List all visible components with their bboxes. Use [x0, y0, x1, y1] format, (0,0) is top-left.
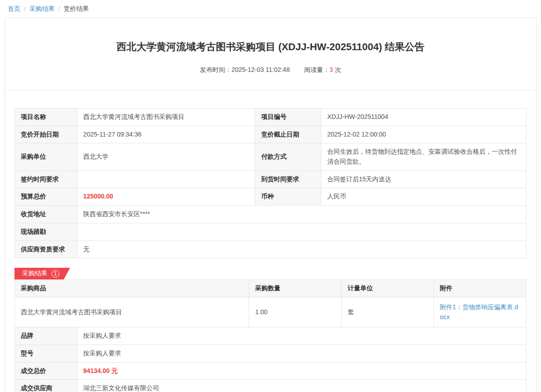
announcement-card: 西北大学黄河流域考古图书采购项目 (XDJJ-HW-202511004) 结果公… [5, 18, 536, 392]
bid-end-date-label: 竞价截止日期 [255, 126, 321, 143]
purchase-result-table: 采购商品 采购数量 计量单位 附件 西北大学黄河流域考古图书采购项目 1.00 … [14, 279, 527, 327]
table-row: 型号 按采购人要求 [15, 345, 527, 362]
winning-supplier-value: 湖北三新文化传媒有限公司 [77, 380, 527, 392]
signing-time-value [77, 170, 255, 188]
table-row: 竞价开始日期 2025-11-27 09:34:36 竞价截止日期 2025-1… [15, 126, 527, 143]
table-header-row: 采购商品 采购数量 计量单位 附件 [15, 280, 527, 298]
winning-supplier-label: 成交供应商 [15, 380, 77, 392]
table-row: 收货地址 陕西省西安市长安区**** [15, 206, 527, 223]
result-section-header: 采购结果 1 [14, 268, 527, 279]
breadcrumb-purchase-results-link[interactable]: 采购结果 [29, 5, 55, 13]
purchase-result-badge: 采购结果 1 [14, 268, 70, 279]
table-row: 成交供应商 湖北三新文化传媒有限公司 [15, 380, 527, 392]
site-survey-value [77, 223, 527, 241]
delivery-address-label: 收货地址 [15, 206, 77, 223]
budget-total-label: 预算总价 [15, 188, 77, 206]
product-name-cell: 西北大学黄河流域考古图书采购项目 [15, 297, 249, 327]
product-column-header: 采购商品 [15, 280, 249, 298]
breadcrumb: 首页 / 采购结果 / 竞价结果 [0, 0, 541, 18]
read-count: 阅读量：3 次 [304, 66, 341, 73]
breadcrumb-separator: / [24, 5, 26, 13]
quantity-column-header: 采购数量 [249, 280, 342, 298]
purchaser-value: 西北大学 [77, 143, 255, 170]
product-quantity-cell: 1.00 [249, 297, 342, 327]
result-count-badge: 1 [52, 270, 59, 278]
table-row: 项目名称 西北大学黄河流域考古图书采购项目 项目编号 XDJJ-HW-20251… [15, 109, 527, 126]
table-row: 预算总价 125000.00 币种 人民币 [15, 188, 527, 206]
payment-method-label: 付款方式 [255, 143, 321, 170]
breadcrumb-current-bidding-results: 竞价结果 [64, 5, 89, 13]
read-count-value: 3 [329, 66, 333, 73]
project-name-value: 西北大学黄河流域考古图书采购项目 [77, 109, 255, 126]
supplier-qualification-label: 供应商资质要求 [15, 241, 77, 258]
delivery-time-label: 到货时间要求 [255, 170, 321, 188]
table-row: 品牌 按采购人要求 [15, 327, 527, 345]
attachment-link[interactable]: 附件1：货物类响应偏离表.docx [440, 303, 518, 321]
site-survey-label: 现场踏勘 [15, 223, 77, 241]
table-row: 供应商资质要求 无 [15, 241, 527, 258]
product-unit-cell: 套 [342, 297, 434, 327]
page-title: 西北大学黄河流域考古图书采购项目 (XDJJ-HW-202511004) 结果公… [5, 40, 536, 54]
purchase-result-badge-label: 采购结果 [22, 269, 47, 278]
budget-total-value: 125000.00 [77, 188, 255, 206]
table-row: 采购单位 西北大学 付款方式 合同生效后，待货物到达指定地点、安装调试验收合格后… [15, 143, 527, 170]
bid-start-date-value: 2025-11-27 09:34:36 [77, 126, 255, 143]
supplier-qualification-value: 无 [77, 241, 527, 258]
attachment-column-header: 附件 [434, 280, 527, 298]
unit-column-header: 计量单位 [342, 280, 434, 298]
bid-start-date-label: 竞价开始日期 [15, 126, 77, 143]
project-number-value: XDJJ-HW-202511004 [321, 109, 527, 126]
final-price-label: 成交总价 [15, 362, 77, 380]
brand-label: 品牌 [15, 327, 77, 345]
table-row: 成交总价 94134.00 元 [15, 362, 527, 380]
product-attachment-cell: 附件1：货物类响应偏离表.docx [434, 297, 527, 327]
project-name-label: 项目名称 [15, 109, 77, 126]
result-detail-table: 品牌 按采购人要求 型号 按采购人要求 成交总价 94134.00 元 成交供应… [14, 327, 527, 392]
delivery-time-value: 合同签订后15天内送达 [321, 170, 527, 188]
delivery-address-value: 陕西省西安市长安区**** [77, 206, 527, 223]
model-value: 按采购人要求 [77, 345, 527, 362]
model-label: 型号 [15, 345, 77, 362]
project-number-label: 项目编号 [255, 109, 321, 126]
announcement-meta: 发布时间：2025-12-03 11:02:48 阅读量：3 次 [5, 66, 536, 74]
dashed-divider [5, 90, 536, 90]
currency-label: 币种 [255, 188, 321, 206]
bid-end-date-value: 2025-12-02 12:00:00 [321, 126, 527, 143]
table-row: 现场踏勘 [15, 223, 527, 241]
project-info-table: 项目名称 西北大学黄河流域考古图书采购项目 项目编号 XDJJ-HW-20251… [14, 108, 527, 258]
table-row: 签约时间要求 到货时间要求 合同签订后15天内送达 [15, 170, 527, 188]
payment-method-value: 合同生效后，待货物到达指定地点、安装调试验收合格后，一次性付清合同货款。 [321, 143, 527, 170]
breadcrumb-home-link[interactable]: 首页 [8, 5, 20, 13]
product-row: 西北大学黄河流域考古图书采购项目 1.00 套 附件1：货物类响应偏离表.doc… [15, 297, 527, 327]
final-price-value: 94134.00 元 [77, 362, 527, 380]
currency-value: 人民币 [321, 188, 527, 206]
breadcrumb-separator: / [58, 5, 60, 13]
brand-value: 按采购人要求 [77, 327, 527, 345]
purchaser-label: 采购单位 [15, 143, 77, 170]
publish-time: 发布时间：2025-12-03 11:02:48 [200, 66, 290, 73]
signing-time-label: 签约时间要求 [15, 170, 77, 188]
